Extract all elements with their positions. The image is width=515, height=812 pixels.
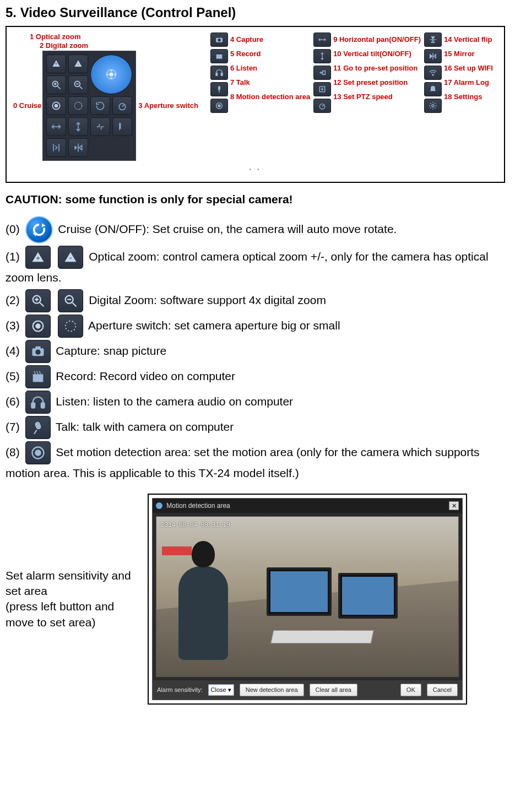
aperture-close-button[interactable] — [46, 96, 66, 115]
svg-marker-50 — [430, 55, 432, 58]
svg-point-69 — [66, 321, 76, 332]
horizontal-pan-button[interactable] — [46, 117, 66, 136]
item-7: (7) Talk: talk with camera on computer — [6, 416, 505, 439]
vtilt-icon — [313, 49, 331, 63]
item-6: (6) Listen: listen to the camera audio o… — [6, 391, 505, 414]
listen-icon — [210, 66, 228, 80]
md-sensitivity-label: Alarm sensitivity: — [157, 685, 203, 695]
ptz-joystick[interactable] — [90, 55, 132, 94]
md-cancel-button[interactable]: Cancel — [427, 684, 458, 696]
cruise-icon — [25, 216, 53, 243]
mirror-button[interactable] — [68, 138, 88, 157]
label-listen: 6 Listen — [230, 61, 310, 75]
svg-rect-34 — [218, 86, 220, 90]
flip-button[interactable] — [46, 138, 66, 157]
set-preset-icon — [313, 82, 331, 96]
svg-marker-48 — [431, 41, 434, 43]
label-digital-zoom: 2 Digital zoom — [30, 41, 88, 50]
settings-icon — [424, 99, 442, 113]
md-clear-area-button[interactable]: Clear all area — [310, 684, 357, 696]
capture-icon-box — [25, 340, 51, 363]
goto-preset-button[interactable] — [90, 117, 110, 136]
svg-rect-32 — [216, 73, 218, 76]
svg-rect-31 — [216, 53, 223, 55]
md-new-area-button[interactable]: New detection area — [240, 684, 304, 696]
md-video-area[interactable]: 2314-88-04 09:31:19 — [156, 516, 459, 677]
label-wifi: 16 Set up WIFI — [444, 61, 493, 75]
svg-rect-80 — [34, 421, 42, 430]
motion-area-icon-box — [25, 441, 51, 464]
digital-zoom-out-icon — [58, 289, 83, 312]
item-0: (0) Cruise (ON/OFF): Set cruise on, the … — [6, 216, 505, 243]
svg-line-81 — [34, 430, 37, 434]
item-4: (4) Capture: snap picture — [6, 340, 505, 363]
label-settings: 18 Settings — [444, 90, 493, 104]
svg-point-44 — [319, 104, 324, 109]
svg-line-11 — [58, 86, 61, 89]
ellipsis: • • — [13, 165, 497, 174]
ptz-speed-icon[interactable] — [112, 96, 132, 115]
svg-rect-78 — [31, 403, 35, 408]
svg-rect-33 — [221, 73, 223, 76]
record-icon — [210, 49, 228, 63]
motion-area-icon — [210, 99, 228, 113]
label-capture: 4 Capture — [230, 33, 310, 47]
digital-zoom-out-button[interactable] — [68, 75, 88, 94]
svg-marker-51 — [433, 55, 436, 58]
svg-point-53 — [432, 105, 434, 107]
goto-preset-icon — [313, 66, 331, 80]
md-window-title: Motion detection area — [166, 502, 230, 510]
item-2: (2) Digital Zoom: software support 4x di… — [6, 289, 505, 312]
talk-icon-box — [25, 416, 51, 439]
alarm-log-icon — [424, 82, 442, 96]
svg-line-65 — [73, 302, 77, 306]
label-alarmlog: 17 Alarm Log — [444, 75, 493, 90]
zoom-in-optical-button[interactable]: + — [46, 55, 66, 73]
svg-rect-79 — [41, 403, 44, 408]
svg-point-37 — [218, 105, 220, 107]
label-cruise: 0 Cruise — [13, 100, 42, 111]
aperture-open-button[interactable] — [68, 96, 88, 115]
label-mirror: 15 Mirror — [444, 47, 493, 61]
svg-marker-54 — [41, 224, 45, 228]
md-sensitivity-select[interactable]: Close ▾ — [208, 684, 234, 696]
caution-text: CAUTION: some function is only for speci… — [6, 191, 505, 209]
md-app-icon — [156, 502, 162, 509]
label-vtilt: 10 Vertical tilt(ON/OFF) — [333, 47, 421, 61]
item-5: (5) Record: Record video on computer — [6, 365, 505, 388]
label-setpreset: 12 Set preset position — [333, 75, 421, 90]
capture-icon — [210, 33, 228, 47]
label-motion: 8 Motion detection area — [230, 90, 310, 104]
motion-area-note: Set alarm sensitivity and set area (pres… — [6, 568, 138, 630]
svg-point-5 — [110, 73, 113, 77]
svg-rect-72 — [35, 347, 40, 349]
aperture-small-icon — [25, 315, 51, 338]
svg-marker-26 — [75, 145, 78, 150]
page-title: 5. Video Surveillance (Control Panel) — [6, 2, 505, 23]
item-8: (8) Set motion detection area: set the m… — [6, 441, 505, 483]
svg-rect-73 — [32, 373, 43, 382]
svg-text:-: - — [78, 62, 79, 67]
cruise-button[interactable] — [90, 96, 110, 115]
zoom-out-optical-button[interactable]: - — [68, 55, 88, 73]
optical-zoom-out-icon: - — [58, 246, 83, 269]
svg-point-18 — [55, 105, 58, 107]
set-preset-button[interactable] — [112, 117, 132, 136]
item-1: (1) + - Optical zoom: control camera opt… — [6, 246, 505, 287]
svg-point-29 — [218, 39, 220, 41]
md-ok-button[interactable]: OK — [400, 684, 421, 696]
digital-zoom-in-button[interactable] — [46, 75, 66, 94]
vertical-tilt-button[interactable] — [68, 117, 88, 136]
svg-point-83 — [35, 450, 40, 455]
close-button[interactable]: ✕ — [449, 501, 459, 510]
svg-line-61 — [40, 302, 44, 306]
svg-line-21 — [122, 105, 124, 107]
digital-zoom-in-icon — [25, 289, 51, 312]
svg-marker-27 — [79, 145, 82, 150]
label-hpan: 9 Horizontal pan(ON/OFF) — [333, 33, 421, 47]
md-timestamp: 2314-88-04 09:31:19 — [161, 520, 230, 529]
svg-marker-24 — [119, 123, 121, 131]
svg-rect-40 — [323, 71, 326, 75]
aperture-big-icon — [58, 315, 83, 338]
label-optical-zoom: 1 Optical zoom — [30, 33, 88, 41]
